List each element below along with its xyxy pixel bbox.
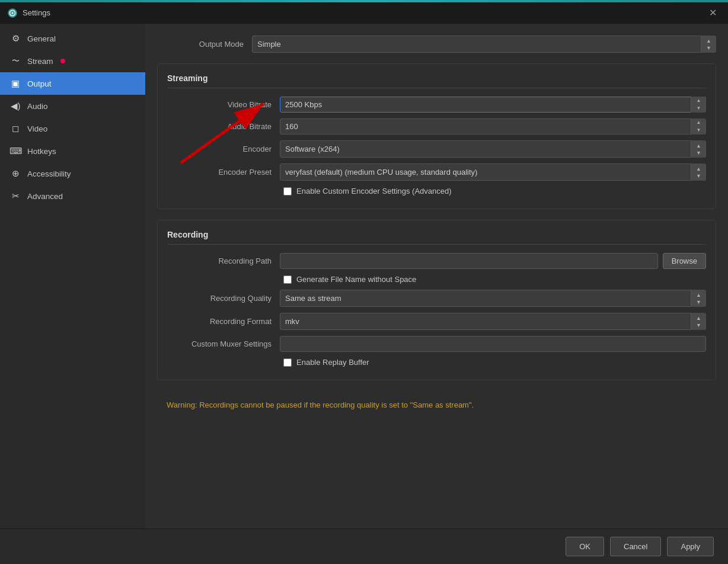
sidebar-label-video: Video: [27, 124, 47, 133]
video-bitrate-row: Video Bitrate ▲ ▼: [167, 97, 706, 113]
titlebar-left: Settings: [7, 8, 50, 18]
sidebar-label-hotkeys: Hotkeys: [27, 147, 56, 156]
sidebar: ⚙ General 〜 Stream ▣ Output ◀) Audio ◻ V…: [0, 24, 145, 564]
video-bitrate-control: ▲ ▼: [280, 97, 706, 113]
encoder-preset-label: Encoder Preset: [167, 168, 280, 177]
sidebar-item-advanced[interactable]: ✂ Advanced: [0, 185, 145, 207]
video-icon: ◻: [9, 123, 21, 134]
hotkeys-icon: ⌨: [9, 146, 21, 156]
sidebar-item-general[interactable]: ⚙ General: [0, 27, 145, 50]
audio-bitrate-control: ▲ ▼: [280, 118, 706, 134]
recording-quality-select[interactable]: Same as stream: [280, 290, 706, 307]
ok-button[interactable]: OK: [566, 537, 604, 556]
encoder-label: Encoder: [167, 145, 280, 153]
encoder-preset-row: Encoder Preset veryfast (default) (mediu…: [167, 164, 706, 181]
sidebar-label-advanced: Advanced: [27, 192, 63, 201]
audio-bitrate-row: Audio Bitrate ▲ ▼: [167, 118, 706, 134]
gear-icon: ⚙: [9, 33, 21, 44]
sidebar-item-video[interactable]: ◻ Video: [0, 117, 145, 140]
audio-bitrate-label: Audio Bitrate: [167, 122, 280, 131]
generate-filename-label[interactable]: Generate File Name without Space: [296, 275, 416, 284]
audio-bitrate-up-button[interactable]: ▲: [691, 118, 706, 127]
replay-buffer-row: Enable Replay Buffer: [167, 358, 706, 367]
encoder-row: Encoder Software (x264) ▲▼: [167, 140, 706, 158]
browse-button[interactable]: Browse: [663, 253, 706, 269]
output-mode-row: Output Mode Simple Advanced ▲ ▼: [157, 36, 716, 53]
custom-muxer-control: [280, 336, 706, 352]
stream-icon: 〜: [9, 56, 21, 66]
sidebar-item-audio[interactable]: ◀) Audio: [0, 95, 145, 117]
custom-muxer-row: Custom Muxer Settings: [167, 336, 706, 352]
recording-path-input[interactable]: [280, 253, 658, 269]
custom-encoder-label[interactable]: Enable Custom Encoder Settings (Advanced…: [296, 187, 452, 196]
recording-quality-label: Recording Quality: [167, 294, 280, 303]
streaming-section-title: Streaming: [167, 73, 706, 88]
sidebar-label-accessibility: Accessibility: [27, 169, 71, 178]
recording-section-title: Recording: [167, 230, 706, 245]
recording-format-row: Recording Format mkv mp4 ▲▼: [167, 313, 706, 330]
cancel-button[interactable]: Cancel: [610, 537, 661, 556]
encoder-select[interactable]: Software (x264): [280, 140, 706, 158]
sidebar-label-output: Output: [27, 79, 52, 88]
recording-quality-select-wrapper: Same as stream ▲▼: [280, 290, 706, 307]
bottom-bar: OK Cancel Apply: [0, 528, 728, 564]
sidebar-item-output[interactable]: ▣ Output: [0, 72, 145, 95]
audio-bitrate-down-button[interactable]: ▼: [691, 127, 706, 135]
generate-filename-checkbox[interactable]: [283, 275, 292, 284]
stream-notification-dot: [60, 59, 65, 63]
sidebar-item-hotkeys[interactable]: ⌨ Hotkeys: [0, 140, 145, 162]
sidebar-label-general: General: [27, 34, 56, 43]
replay-buffer-label[interactable]: Enable Replay Buffer: [296, 358, 369, 367]
sidebar-label-audio: Audio: [27, 102, 48, 111]
warning-text: Warning: Recordings cannot be paused if …: [157, 391, 716, 409]
output-mode-label: Output Mode: [157, 40, 252, 49]
audio-icon: ◀): [9, 101, 21, 111]
recording-path-label: Recording Path: [167, 257, 280, 265]
streaming-section: Streaming Video Bitrate ▲ ▼ Audio Bitrat…: [157, 63, 716, 209]
recording-path-control: Browse: [280, 253, 706, 269]
apply-button[interactable]: Apply: [667, 537, 714, 556]
recording-format-select-wrapper: mkv mp4 ▲▼: [280, 313, 706, 330]
advanced-icon: ✂: [9, 191, 21, 201]
sidebar-label-stream: Stream: [27, 57, 53, 66]
video-bitrate-down-button[interactable]: ▼: [691, 105, 706, 113]
output-mode-select[interactable]: Simple Advanced: [252, 36, 716, 53]
video-bitrate-input[interactable]: [280, 97, 706, 113]
generate-filename-row: Generate File Name without Space: [167, 275, 706, 284]
video-bitrate-up-button[interactable]: ▲: [691, 97, 706, 105]
output-icon: ▣: [9, 78, 21, 89]
encoder-preset-select-wrapper: veryfast (default) (medium CPU usage, st…: [280, 164, 706, 181]
recording-path-row: Recording Path Browse: [167, 253, 706, 269]
custom-muxer-label: Custom Muxer Settings: [167, 339, 280, 348]
accessibility-icon: ⊕: [9, 168, 21, 179]
video-bitrate-spinners: ▲ ▼: [691, 97, 706, 113]
obs-icon: [7, 8, 18, 18]
recording-quality-row: Recording Quality Same as stream ▲▼: [167, 290, 706, 307]
replay-buffer-checkbox[interactable]: [283, 358, 292, 367]
custom-encoder-checkbox[interactable]: [283, 187, 292, 196]
svg-point-2: [12, 12, 14, 14]
video-bitrate-label: Video Bitrate: [167, 100, 280, 109]
recording-format-select[interactable]: mkv mp4: [280, 313, 706, 330]
window-title: Settings: [23, 8, 50, 17]
sidebar-item-stream[interactable]: 〜 Stream: [0, 50, 145, 72]
audio-bitrate-spinners: ▲ ▼: [691, 118, 706, 134]
recording-format-label: Recording Format: [167, 317, 280, 326]
encoder-preset-select[interactable]: veryfast (default) (medium CPU usage, st…: [280, 164, 706, 181]
recording-section: Recording Recording Path Browse Generate…: [157, 220, 716, 380]
custom-muxer-input[interactable]: [280, 336, 706, 352]
sidebar-item-accessibility[interactable]: ⊕ Accessibility: [0, 162, 145, 185]
close-button[interactable]: ✕: [704, 7, 721, 20]
custom-encoder-row: Enable Custom Encoder Settings (Advanced…: [167, 187, 706, 196]
output-mode-select-wrapper: Simple Advanced ▲ ▼: [252, 36, 716, 53]
encoder-select-wrapper: Software (x264) ▲▼: [280, 140, 706, 158]
audio-bitrate-input[interactable]: [280, 118, 706, 134]
